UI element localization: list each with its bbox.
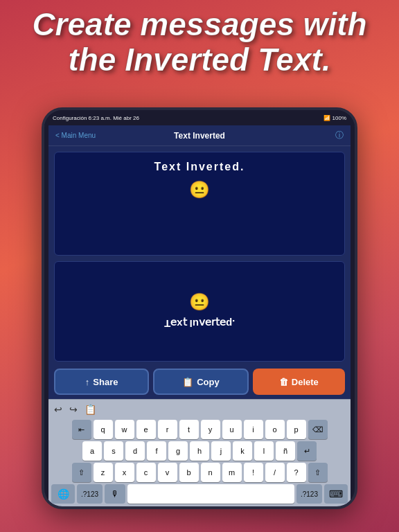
key-h[interactable]: h: [190, 441, 209, 461]
key-c[interactable]: c: [136, 463, 156, 482]
clipboard-icon[interactable]: 📋: [85, 404, 96, 415]
key-v[interactable]: v: [158, 463, 177, 482]
nav-title: Text Inverted: [174, 131, 225, 141]
action-buttons-bar: ↑ Share 📋 Copy 🗑 Delete: [48, 364, 351, 399]
delete-button[interactable]: 🗑 Delete: [253, 369, 345, 395]
key-s[interactable]: s: [104, 441, 123, 461]
key-slash[interactable]: /: [265, 463, 285, 482]
key-i[interactable]: i: [244, 420, 263, 439]
app-nav: < Main Menu Text Inverted ⓘ: [48, 125, 351, 146]
key-r[interactable]: r: [158, 420, 177, 439]
keyboard-row-2: ⇧ z x c v b n m ! / ? ⇧: [51, 463, 348, 482]
numbers-left-key[interactable]: .?123: [77, 484, 103, 504]
key-exclaim[interactable]: !: [244, 463, 263, 482]
key-n-tilde[interactable]: ñ: [276, 441, 295, 461]
bottom-input-panel[interactable]: 😐 .pəʇɹəʌuI ʇxəT: [54, 261, 345, 362]
key-question[interactable]: ?: [287, 463, 306, 482]
key-l[interactable]: l: [254, 441, 274, 461]
headline: Create messages with the Inverted Text.: [0, 7, 399, 77]
wifi-icon: 📶: [323, 115, 330, 121]
keyboard: ⇤ q w e r t y u i o p ⌫ a s d f g h: [48, 418, 351, 506]
delete-icon: 🗑: [279, 377, 288, 387]
key-z[interactable]: z: [94, 463, 113, 482]
key-u[interactable]: u: [222, 420, 242, 439]
space-key[interactable]: [127, 484, 294, 504]
nav-info-button[interactable]: ⓘ: [335, 130, 344, 141]
top-display-panel: Text Inverted. 😐: [54, 152, 345, 256]
keyboard-toolbar: ↩ ↪ 📋: [48, 399, 351, 418]
return-key[interactable]: ↵: [297, 441, 317, 461]
delete-label: Delete: [292, 377, 319, 387]
key-k[interactable]: k: [233, 441, 252, 461]
key-x[interactable]: x: [115, 463, 134, 482]
top-emoji: 😐: [189, 180, 210, 200]
redo-icon[interactable]: ↪: [69, 404, 78, 415]
keyboard-bottom-row: 🌐 .?123 🎙 .?123 ⌨: [51, 484, 348, 504]
share-button[interactable]: ↑ Share: [54, 369, 149, 395]
bottom-emoji: 😐: [189, 292, 210, 312]
keyboard-row-1: a s d f g h j k l ñ ↵: [51, 441, 348, 461]
key-j[interactable]: j: [211, 441, 231, 461]
key-n[interactable]: n: [201, 463, 220, 482]
shift-right-key[interactable]: ⇧: [308, 463, 328, 482]
key-f[interactable]: f: [147, 441, 166, 461]
globe-key[interactable]: 🌐: [51, 484, 75, 504]
tablet-device: Configuración 6:23 a.m. Mié abr 26 📶 100…: [42, 107, 357, 509]
key-e[interactable]: e: [136, 420, 156, 439]
numbers-right-key[interactable]: .?123: [296, 484, 322, 504]
shift-left-key[interactable]: ⇧: [72, 463, 91, 482]
key-m[interactable]: m: [222, 463, 242, 482]
key-y[interactable]: y: [201, 420, 220, 439]
key-g[interactable]: g: [168, 441, 188, 461]
headline-line1: Create messages with: [7, 7, 392, 42]
shift-left-key[interactable]: ⇤: [72, 420, 91, 439]
key-o[interactable]: o: [265, 420, 285, 439]
share-icon: ↑: [85, 377, 90, 387]
status-bar: Configuración 6:23 a.m. Mié abr 26 📶 100…: [44, 110, 355, 125]
backspace-key[interactable]: ⌫: [308, 420, 328, 439]
copy-button[interactable]: 📋 Copy: [153, 369, 248, 395]
key-b[interactable]: b: [179, 463, 199, 482]
key-w[interactable]: w: [115, 420, 134, 439]
share-label: Share: [93, 377, 118, 387]
key-a[interactable]: a: [82, 441, 102, 461]
key-p[interactable]: p: [287, 420, 306, 439]
copy-icon: 📋: [182, 377, 193, 387]
inverted-text-display: .pəʇɹəʌuI ʇxəT: [164, 317, 235, 330]
status-right: 📶 100%: [323, 115, 346, 121]
key-t[interactable]: t: [179, 420, 199, 439]
key-d[interactable]: d: [125, 441, 145, 461]
emoji-keyboard-key[interactable]: ⌨: [324, 484, 348, 504]
nav-back-button[interactable]: < Main Menu: [55, 132, 96, 139]
keyboard-row-0: ⇤ q w e r t y u i o p ⌫: [51, 420, 348, 439]
app-screen: < Main Menu Text Inverted ⓘ Text Inverte…: [48, 125, 351, 506]
key-q[interactable]: q: [94, 420, 113, 439]
undo-icon[interactable]: ↩: [54, 404, 62, 415]
status-left: Configuración 6:23 a.m. Mié abr 26: [53, 115, 139, 121]
mic-key[interactable]: 🎙: [105, 484, 125, 504]
headline-line2: the Inverted Text.: [7, 42, 392, 78]
copy-label: Copy: [197, 377, 220, 387]
original-text-display: Text Inverted.: [154, 161, 245, 173]
